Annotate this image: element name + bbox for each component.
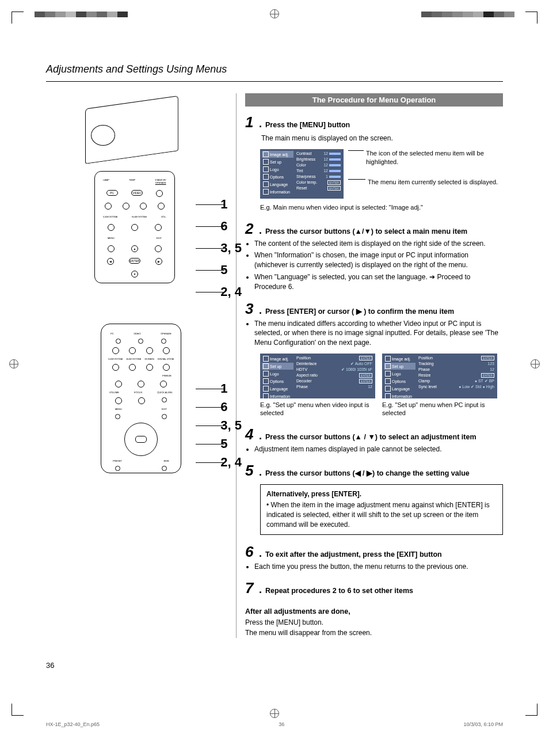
after-body: Press the [MENU] button. The menu will d… — [245, 618, 503, 638]
remote-illustration: PC VIDEO OPERATE — [101, 324, 181, 473]
registration-mark-icon — [531, 359, 540, 368]
setup-video-screenshot: Image adj.Set upLogoOptionsLanguageInfor… — [260, 354, 375, 398]
setup-video-caption: E.g. "Set up" menu when video input is s… — [260, 401, 375, 417]
crop-mark-br — [525, 704, 537, 716]
control-panel-illustration: LAMP TEMP STAND BY OPERATE PC VIDEO — [94, 171, 175, 283]
panel-callouts: 1 6 3, 5 5 2, 4 — [220, 197, 242, 299]
step-4: 4. Press the cursor buttons (▲ / ▼) to s… — [245, 426, 503, 454]
alternative-box: Alternatively, press [ENTER]. • When the… — [260, 484, 503, 534]
left-button: ◀ — [107, 258, 114, 265]
video-button: VIDEO — [131, 190, 143, 196]
setup-pc-screenshot: Image adj.Set upLogoOptionsLanguageInfor… — [382, 354, 497, 398]
crop-mark-tl — [12, 12, 24, 24]
enter-button: ENTER — [129, 258, 140, 264]
page-number: 36 — [46, 661, 503, 670]
up-button: ▲ — [131, 245, 138, 252]
pointer-note-1: The icon of the selected menu item will … — [366, 149, 503, 166]
crop-mark-bl — [12, 704, 24, 716]
remote-illustration-wrap: PC VIDEO OPERATE — [75, 324, 207, 473]
color-bar — [421, 12, 514, 17]
registration-mark-icon — [270, 709, 279, 718]
main-menu-caption: E.g. Main menu when video input is selec… — [260, 203, 503, 211]
menu-button — [156, 190, 163, 197]
after-title: After all adjustments are done, — [245, 607, 503, 616]
pointer-note-2: The menu item currently selected is disp… — [368, 178, 498, 187]
header-rule — [46, 81, 503, 82]
section-title: The Procedure for Menu Operation — [245, 93, 503, 107]
crop-mark-tr — [525, 12, 537, 24]
step-7: 7. Repeat procedures 2 to 6 to set other… — [245, 579, 503, 597]
right-button: ▶ — [155, 258, 162, 265]
step-6: 6. To exit after the adjustment, press t… — [245, 543, 503, 572]
color-bar — [35, 12, 128, 17]
registration-mark-icon — [9, 359, 18, 368]
projector-illustration: LAMP TEMP STAND BY OPERATE PC VIDEO — [75, 93, 207, 283]
registration-mark-icon — [270, 9, 279, 18]
remote-callouts: 1 6 3, 5 5 2, 4 — [220, 381, 242, 470]
column-divider — [236, 93, 237, 638]
setup-pc-caption: E.g. "Set up" menu when PC input is sele… — [382, 401, 497, 417]
page-header: Adjustments and Settings Using Menus — [46, 63, 503, 79]
step-3: 3. Press [ENTER] or cursor ( ▶ ) to conf… — [245, 300, 503, 417]
down-button: ▼ — [131, 271, 138, 278]
step-5: 5. Press the cursor buttons (◀ / ▶) to c… — [245, 462, 503, 534]
step-2: 2. Press the cursor buttons (▲/▼) to sel… — [245, 220, 503, 292]
main-menu-screenshot: Image adj.Set upLogoOptionsLanguageInfor… — [260, 149, 344, 199]
footer: HX-1E_p32-40_En.p65 36 10/3/03, 6:10 PM — [0, 721, 549, 727]
step-1: 1. Press the [MENU] button The main menu… — [245, 113, 503, 212]
pc-button: PC — [106, 190, 118, 196]
dpad — [124, 423, 158, 456]
